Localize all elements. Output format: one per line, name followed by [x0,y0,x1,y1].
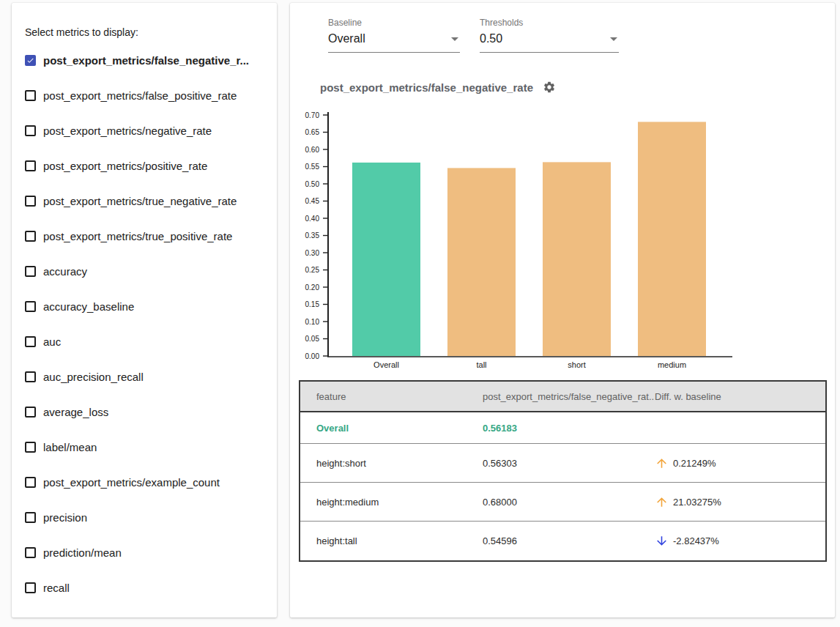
metric-checkbox-item[interactable]: post_export_metrics/example_count [25,464,272,500]
y-tick-label: 0.15 [305,300,320,308]
arrow-up-icon [655,456,669,470]
arrow-down-icon [655,534,669,548]
checkbox-unchecked-icon[interactable] [25,477,36,488]
y-tick-label: 0.35 [305,231,320,240]
metric-label: post_export_metrics/false_negative_r... [43,54,249,67]
y-tick-label: 0.20 [305,283,320,292]
y-tick-label: 0.05 [305,335,320,343]
metric-picker-panel: Select metrics to display: post_export_m… [12,3,277,617]
metric-checkbox-item[interactable]: post_export_metrics/false_positive_rate [25,78,272,113]
bar-medium[interactable] [638,122,706,356]
chevron-down-icon[interactable] [451,37,458,41]
y-tick-label: 0.70 [305,111,320,119]
bar-overall[interactable] [352,163,420,356]
feature-cell: height:medium [316,497,483,508]
metric-label: accuracy_baseline [43,300,134,313]
metric-label: recall [43,582,70,594]
table-body: Overall0.56183height:short0.563030.21249… [300,412,825,560]
metric-label: average_loss [43,406,108,418]
metric-checkbox-item[interactable]: post_export_metrics/positive_rate [25,148,272,183]
x-tick-label: medium [658,360,686,369]
metric-detail-panel: Baseline Overall Thresholds 0.50 post_ex… [290,3,835,617]
checkbox-unchecked-icon[interactable] [25,371,36,382]
checkbox-unchecked-icon[interactable] [25,125,36,136]
checkbox-unchecked-icon[interactable] [25,196,36,207]
metric-checkbox-item[interactable]: auc_precision_recall [25,359,272,394]
y-tick-label: 0.55 [305,163,320,171]
metric-checkbox-item[interactable]: accuracy_baseline [25,289,272,324]
arrow-up-icon [655,495,669,509]
metrics-table: feature post_export_metrics/false_negati… [299,380,827,562]
checkbox-unchecked-icon[interactable] [25,90,36,101]
y-tick-label: 0.45 [305,197,320,205]
checkbox-unchecked-icon[interactable] [25,582,36,593]
feature-cell: height:short [316,458,483,469]
checkbox-unchecked-icon[interactable] [25,336,36,347]
table-header-row: feature post_export_metrics/false_negati… [300,382,825,412]
metric-checkbox-item[interactable]: post_export_metrics/negative_rate [25,113,272,148]
metric-checkbox-item[interactable]: auc [25,324,272,359]
metric-label: label/mean [43,441,97,453]
diff-cell: 0.21249% [655,456,825,470]
metric-label: auc [43,335,61,348]
baseline-select-value[interactable]: Overall [328,32,365,45]
thresholds-select-label: Thresholds [480,18,619,28]
metric-checkbox-item[interactable]: recall [25,570,272,605]
table-row: Overall0.56183 [300,412,825,444]
y-tick-label: 0.25 [305,266,320,274]
x-tick-label: short [568,360,585,369]
checkbox-unchecked-icon[interactable] [25,442,36,453]
table-row: height:tall0.54596-2.82437% [300,522,825,560]
column-header-metric: post_export_metrics/false_negative_rat..… [483,391,655,402]
metric-value-cell: 0.56303 [483,458,655,469]
checkbox-unchecked-icon[interactable] [25,301,36,312]
baseline-select[interactable]: Baseline Overall [328,18,460,53]
metric-picker-title: Select metrics to display: [25,26,138,38]
metric-checkbox-item[interactable]: prediction/mean [25,535,272,570]
metric-label: post_export_metrics/false_positive_rate [43,89,237,102]
metric-label: auc_precision_recall [43,371,144,383]
feature-cell: height:tall [316,535,483,546]
thresholds-select[interactable]: Thresholds 0.50 [480,18,619,53]
column-header-diff: Diff. w. baseline [655,391,825,402]
diff-value: 21.03275% [673,497,721,508]
metric-checkbox-item[interactable]: average_loss [25,394,272,429]
checkbox-unchecked-icon[interactable] [25,407,36,418]
bar-chart: 0.000.050.100.150.200.250.300.350.400.45… [296,110,744,378]
metric-label: post_export_metrics/positive_rate [43,160,207,172]
thresholds-select-value[interactable]: 0.50 [480,32,502,45]
diff-value: 0.21249% [673,458,716,469]
metric-label: post_export_metrics/true_positive_rate [43,230,232,242]
metric-checkbox-item[interactable]: post_export_metrics/false_negative_r... [25,42,272,78]
metric-list: post_export_metrics/false_negative_r...p… [25,42,272,605]
metric-value-cell: 0.56183 [483,423,655,434]
checkbox-unchecked-icon[interactable] [25,547,36,558]
metric-label: post_export_metrics/negative_rate [43,125,212,137]
checkbox-unchecked-icon[interactable] [25,160,36,171]
bar-tall[interactable] [447,168,516,356]
metric-checkbox-item[interactable]: precision [25,500,272,535]
table-row: height:medium0.6800021.03275% [300,483,825,522]
gear-icon[interactable] [543,81,556,94]
metric-value-cell: 0.54596 [483,535,655,546]
metric-checkbox-item[interactable]: accuracy [25,253,272,289]
checkbox-checked-icon[interactable] [25,55,36,66]
metric-checkbox-item[interactable]: post_export_metrics/true_negative_rate [25,183,272,218]
y-tick-label: 0.65 [305,128,320,136]
metric-checkbox-item[interactable]: post_export_metrics/true_positive_rate [25,218,272,253]
y-tick-label: 0.40 [305,215,320,223]
checkbox-unchecked-icon[interactable] [25,266,36,277]
diff-cell: 21.03275% [655,495,825,509]
y-tick-label: 0.10 [305,318,320,326]
metric-label: precision [43,511,87,524]
bar-short[interactable] [543,162,611,356]
metric-label: prediction/mean [43,546,122,559]
checkbox-unchecked-icon[interactable] [25,231,36,242]
column-header-feature: feature [316,391,483,402]
x-tick-label: tall [476,360,486,369]
diff-value: -2.82437% [673,535,719,546]
chevron-down-icon[interactable] [610,37,617,41]
checkbox-unchecked-icon[interactable] [25,512,36,523]
table-row: height:short0.563030.21249% [300,444,825,483]
metric-checkbox-item[interactable]: label/mean [25,429,272,464]
